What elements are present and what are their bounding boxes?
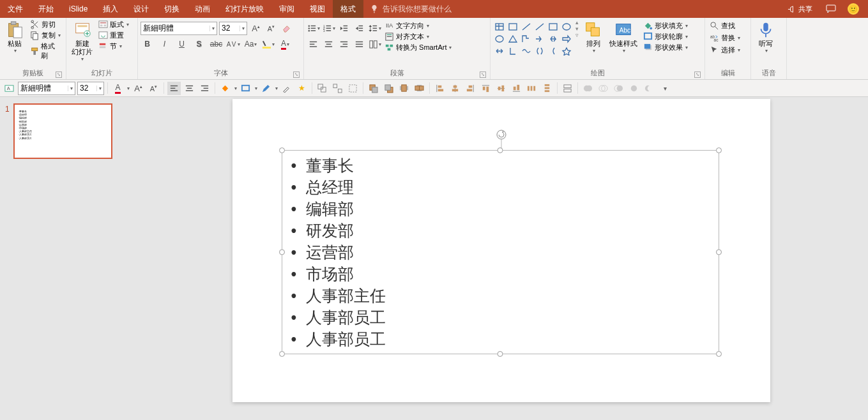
- font-color-button[interactable]: A▾: [278, 38, 292, 51]
- qt-al2[interactable]: [448, 82, 462, 95]
- dictate-button[interactable]: 听写▾: [754, 19, 778, 56]
- qt-more[interactable]: ▾: [658, 82, 671, 95]
- resize-handle[interactable]: [716, 250, 722, 255]
- font-name-combo[interactable]: 新細明體▾: [141, 22, 217, 35]
- bullet-item[interactable]: 人事部主任: [291, 285, 710, 306]
- reset-button[interactable]: 重置: [96, 30, 131, 41]
- arrange-button[interactable]: 排列▾: [581, 19, 605, 56]
- underline-button[interactable]: U: [175, 38, 188, 51]
- bullet-item[interactable]: 人事部员工: [291, 328, 710, 350]
- qt-size-combo[interactable]: 32▾: [77, 82, 104, 95]
- qt-dist-h[interactable]: [525, 82, 538, 95]
- tab-file[interactable]: 文件: [0, 0, 31, 18]
- new-slide-button[interactable]: 新建 幻灯片▾: [69, 19, 95, 64]
- tab-animations[interactable]: 动画: [187, 0, 218, 18]
- text-direction-button[interactable]: IIA文字方向▾: [383, 20, 453, 31]
- font-launcher[interactable]: ⤡: [293, 71, 300, 78]
- shadow-button[interactable]: S: [192, 38, 206, 51]
- shrink-font-button[interactable]: A▾: [264, 22, 278, 35]
- bullet-list[interactable]: 董事长 总经理 编辑部 研发部 运营部 市场部 人事部主任 人事部员工 人事部员…: [282, 151, 719, 354]
- qt-pen[interactable]: [259, 82, 273, 95]
- shape-effects-button[interactable]: 形状效果▾: [641, 42, 690, 53]
- bullet-item[interactable]: 人事部员工: [291, 306, 710, 328]
- tab-islide[interactable]: iSlide: [61, 0, 95, 18]
- resize-handle[interactable]: [279, 250, 285, 255]
- tab-review[interactable]: 审阅: [271, 0, 302, 18]
- qt-send-backmost[interactable]: [413, 82, 426, 95]
- qt-bring-front[interactable]: [397, 82, 411, 95]
- align-left-button[interactable]: [307, 38, 320, 51]
- strike-button[interactable]: abc: [209, 38, 223, 51]
- qt-shape-outline[interactable]: [239, 82, 252, 95]
- clear-format-button[interactable]: [280, 22, 293, 35]
- qt-bring-fwd[interactable]: [367, 82, 380, 95]
- tab-view[interactable]: 视图: [302, 0, 333, 18]
- paragraph-launcher[interactable]: ⤡: [480, 71, 486, 78]
- qt-align-right[interactable]: [198, 82, 211, 95]
- align-right-button[interactable]: [337, 38, 351, 51]
- qt-regroup[interactable]: [346, 82, 360, 95]
- numbering-button[interactable]: 123▾: [322, 22, 335, 35]
- layout-button[interactable]: 版式▾: [96, 19, 131, 30]
- qt-shape-fill[interactable]: [218, 82, 232, 95]
- replace-button[interactable]: abac替换▾: [708, 33, 742, 43]
- tab-design[interactable]: 设计: [126, 0, 156, 18]
- qt-send-back[interactable]: [382, 82, 395, 95]
- select-button[interactable]: 选择▾: [708, 45, 742, 56]
- bullet-item[interactable]: 市场部: [291, 263, 710, 285]
- qt-eyedrop[interactable]: [280, 82, 293, 95]
- align-text-button[interactable]: 对齐文本▾: [383, 31, 453, 42]
- qt-al4[interactable]: [479, 82, 492, 95]
- tab-slideshow[interactable]: 幻灯片放映: [218, 0, 271, 18]
- qt-font-combo[interactable]: 新細明體▾: [18, 82, 75, 95]
- outdent-button[interactable]: [337, 22, 351, 35]
- bullet-item[interactable]: 董事长: [291, 154, 710, 176]
- qt-al6[interactable]: [510, 82, 523, 95]
- shapes-scroll-down[interactable]: ▾: [575, 26, 579, 32]
- grow-font-button[interactable]: A▴: [249, 22, 263, 35]
- shapes-scroll-up[interactable]: ▴: [575, 19, 579, 26]
- indent-button[interactable]: [353, 22, 366, 35]
- resize-handle[interactable]: [498, 351, 503, 357]
- qt-al5[interactable]: [494, 82, 508, 95]
- bold-button[interactable]: B: [141, 38, 154, 51]
- qt-group[interactable]: [316, 82, 329, 95]
- change-case-button[interactable]: Aa▾: [244, 38, 257, 51]
- slide-canvas[interactable]: 董事长 总经理 编辑部 研发部 运营部 市场部 人事部主任 人事部员工 人事部员…: [134, 97, 868, 420]
- slide[interactable]: 董事长 总经理 编辑部 研发部 运营部 市场部 人事部主任 人事部员工 人事部员…: [232, 99, 770, 402]
- bullet-item[interactable]: 研发部: [291, 220, 710, 241]
- resize-handle[interactable]: [716, 351, 722, 357]
- tab-transitions[interactable]: 切换: [156, 0, 187, 18]
- italic-button[interactable]: I: [158, 38, 171, 51]
- qt-grow-font[interactable]: A▴: [132, 82, 145, 95]
- format-painter-button[interactable]: 格式刷: [28, 41, 63, 61]
- section-button[interactable]: 节▾: [96, 41, 131, 52]
- qt-ungroup[interactable]: [331, 82, 344, 95]
- qt-align-left[interactable]: [167, 82, 181, 95]
- drawing-launcher[interactable]: ⤡: [694, 71, 701, 78]
- slide-thumbnail-1[interactable]: ·董事长·总经理·编辑部·研发部·运营部·市场部·人事部主任·人事部员工·人事部…: [13, 103, 112, 159]
- bullet-item[interactable]: 运营部: [291, 241, 710, 263]
- cut-button[interactable]: 剪切: [28, 19, 63, 30]
- bullet-item[interactable]: 总经理: [291, 176, 710, 198]
- qt-dist-v[interactable]: [540, 82, 554, 95]
- shapes-more[interactable]: ▿: [575, 32, 579, 38]
- share-button[interactable]: 共享: [785, 4, 814, 15]
- tab-format[interactable]: 格式: [333, 0, 363, 18]
- justify-button[interactable]: [353, 38, 366, 51]
- tab-insert[interactable]: 插入: [95, 0, 126, 18]
- columns-button[interactable]: ▾: [368, 38, 381, 51]
- find-button[interactable]: 查找: [708, 20, 737, 31]
- bullets-button[interactable]: ▾: [307, 22, 320, 35]
- smartart-button[interactable]: 转换为 SmartArt▾: [383, 42, 453, 53]
- shape-fill-button[interactable]: 形状填充▾: [641, 20, 690, 31]
- resize-handle[interactable]: [279, 147, 285, 153]
- bullet-item[interactable]: 编辑部: [291, 198, 710, 220]
- paste-button[interactable]: 粘贴▾: [3, 19, 27, 56]
- account-avatar[interactable]: 🙂: [848, 3, 859, 15]
- line-spacing-button[interactable]: ▾: [368, 22, 381, 35]
- tab-home[interactable]: 开始: [31, 0, 61, 18]
- qt-same-width[interactable]: [561, 82, 574, 95]
- clipboard-launcher[interactable]: ⤡: [56, 71, 62, 78]
- resize-handle[interactable]: [279, 351, 285, 357]
